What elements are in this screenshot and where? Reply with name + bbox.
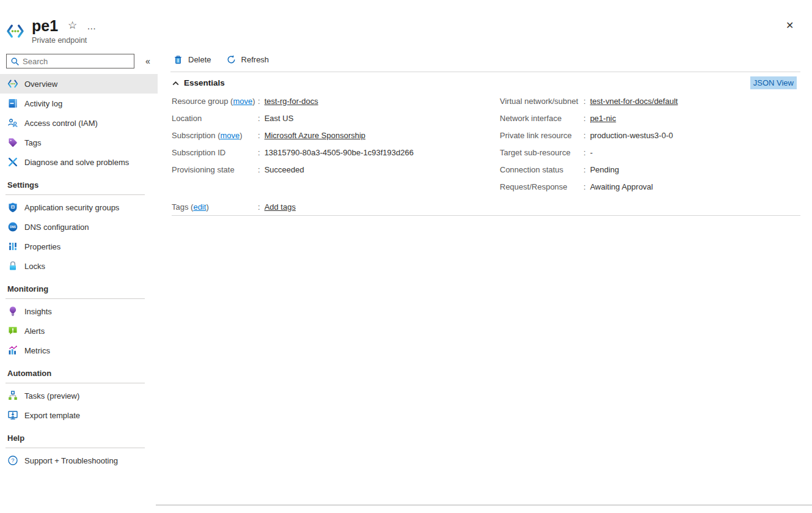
label-text: )	[240, 131, 242, 140]
essentials-title: Essentials	[184, 78, 225, 87]
divider	[5, 298, 145, 299]
sidebar-item-label: Tasks (preview)	[24, 391, 79, 400]
field-label: Connection status	[500, 165, 583, 174]
field-label: Request/Response	[500, 182, 583, 191]
sidebar-item-properties[interactable]: Properties	[0, 237, 158, 256]
close-icon[interactable]: ✕	[786, 20, 794, 31]
search-icon	[10, 57, 20, 67]
sidebar-item-application-security-groups[interactable]: Application security groups	[0, 197, 158, 217]
network-interface-link[interactable]: pe1-nic	[590, 114, 616, 123]
field-provisioning-state: Provisioning state : Succeeded	[172, 161, 496, 178]
edit-tags-link[interactable]: edit	[193, 202, 206, 212]
field-label: Provisioning state	[172, 165, 258, 174]
field-request-response: Request/Response : Awaiting Approval	[500, 178, 805, 195]
activity-log-icon	[7, 98, 18, 109]
export-template-icon	[7, 410, 18, 421]
separator: :	[258, 148, 260, 157]
sidebar-item-alerts[interactable]: Alerts	[0, 321, 158, 341]
sidebar-item-label: Insights	[24, 307, 52, 316]
sidebar-item-label: Application security groups	[24, 203, 119, 212]
search-input[interactable]	[23, 54, 133, 68]
refresh-button[interactable]: Refresh	[226, 54, 269, 65]
alerts-icon	[7, 325, 18, 336]
resource-group-link[interactable]: test-rg-for-docs	[265, 97, 318, 106]
separator: :	[258, 97, 260, 106]
sidebar-item-overview[interactable]: Overview	[0, 74, 158, 94]
favorite-star-icon[interactable]: ☆	[68, 20, 77, 32]
separator: :	[583, 148, 586, 157]
tags-row: Tags (edit) : Add tags	[172, 198, 496, 215]
sidebar-item-label: Tags	[24, 138, 41, 147]
essentials-header: Essentials JSON View	[172, 75, 800, 90]
separator: :	[583, 165, 586, 174]
sidebar-item-support[interactable]: ? Support + Troubleshooting	[0, 451, 158, 470]
sidebar-item-label: Properties	[24, 242, 60, 251]
sidebar-item-label: Diagnose and solve problems	[24, 158, 129, 167]
sidebar-item-diagnose[interactable]: Diagnose and solve problems	[0, 152, 158, 172]
json-view-link[interactable]: JSON View	[750, 76, 797, 89]
move-subscription-link[interactable]: move	[220, 131, 240, 140]
separator: :	[258, 202, 260, 212]
field-label: Subscription (move)	[172, 131, 258, 140]
separator: :	[258, 165, 260, 174]
field-target-sub-resource: Target sub-resource : -	[500, 144, 805, 161]
vnet-subnet-link[interactable]: test-vnet-for-docs/default	[590, 97, 678, 106]
separator: :	[258, 114, 260, 123]
essentials-right-column: Virtual network/subnet : test-vnet-for-d…	[500, 92, 805, 195]
refresh-icon	[226, 54, 236, 65]
divider	[172, 215, 800, 216]
sidebar-item-insights[interactable]: Insights	[0, 301, 158, 321]
field-label: Target sub-resource	[500, 148, 583, 157]
help-question-icon: ?	[7, 455, 18, 466]
chevron-up-icon[interactable]	[172, 79, 180, 87]
sidebar-item-activity-log[interactable]: Activity log	[0, 94, 158, 113]
field-value: Awaiting Approval	[590, 182, 653, 191]
sidebar-item-tasks[interactable]: Tasks (preview)	[0, 386, 158, 405]
resource-type-subtitle: Private endpoint	[32, 36, 97, 45]
lock-icon	[7, 260, 18, 271]
field-resource-group: Resource group (move) : test-rg-for-docs	[172, 92, 496, 109]
sidebar-item-label: Activity log	[24, 99, 62, 108]
field-value: 13815790-80a3-4505-90be-1c93f193d266	[265, 148, 414, 157]
sidebar-item-export-template[interactable]: Export template	[0, 405, 158, 425]
sidebar-item-label: Support + Troubleshooting	[24, 456, 118, 465]
sidebar-item-dns-configuration[interactable]: DNS DNS configuration	[0, 217, 158, 237]
more-options-icon[interactable]: …	[87, 21, 97, 31]
sidebar-item-locks[interactable]: Locks	[0, 256, 158, 276]
tag-icon	[7, 137, 18, 148]
insights-bulb-icon	[7, 306, 18, 317]
dns-icon-label: DNS	[10, 226, 16, 229]
field-label: Private link resource	[500, 131, 583, 140]
separator: :	[583, 182, 586, 191]
private-endpoint-icon	[7, 78, 18, 89]
move-resource-group-link[interactable]: move	[233, 97, 252, 106]
delete-button[interactable]: Delete	[173, 54, 211, 65]
field-value: -	[590, 148, 593, 157]
properties-icon	[7, 241, 18, 252]
collapse-sidebar-icon[interactable]: «	[145, 56, 150, 66]
sidebar-item-tags[interactable]: Tags	[0, 133, 158, 152]
field-label: Virtual network/subnet	[500, 97, 583, 106]
field-label: Network interface	[500, 114, 583, 123]
tasks-flowchart-icon	[7, 390, 18, 401]
sidebar-item-label: Locks	[24, 262, 45, 271]
label-text: Resource group (	[172, 97, 233, 106]
title-block: pe1 ☆ … Private endpoint	[32, 17, 97, 45]
divider	[5, 194, 145, 195]
label-text: Tags (	[172, 202, 193, 212]
section-title-automation: Automation	[0, 360, 158, 383]
essentials-left-column: Resource group (move) : test-rg-for-docs…	[172, 92, 496, 178]
question-glyph: ?	[11, 457, 14, 463]
separator: :	[583, 131, 586, 140]
sidebar-item-label: Access control (IAM)	[24, 119, 98, 128]
label-text: )	[252, 97, 255, 106]
subscription-link[interactable]: Microsoft Azure Sponsorship	[265, 131, 365, 140]
separator: :	[583, 114, 586, 123]
shield-icon	[7, 202, 18, 213]
sidebar-item-access-control[interactable]: Access control (IAM)	[0, 113, 158, 133]
sidebar-item-label: Export template	[24, 411, 80, 420]
sidebar-item-metrics[interactable]: Metrics	[0, 341, 158, 360]
add-tags-link[interactable]: Add tags	[265, 202, 296, 212]
sidebar-item-label: Alerts	[24, 327, 45, 336]
divider	[5, 383, 145, 383]
